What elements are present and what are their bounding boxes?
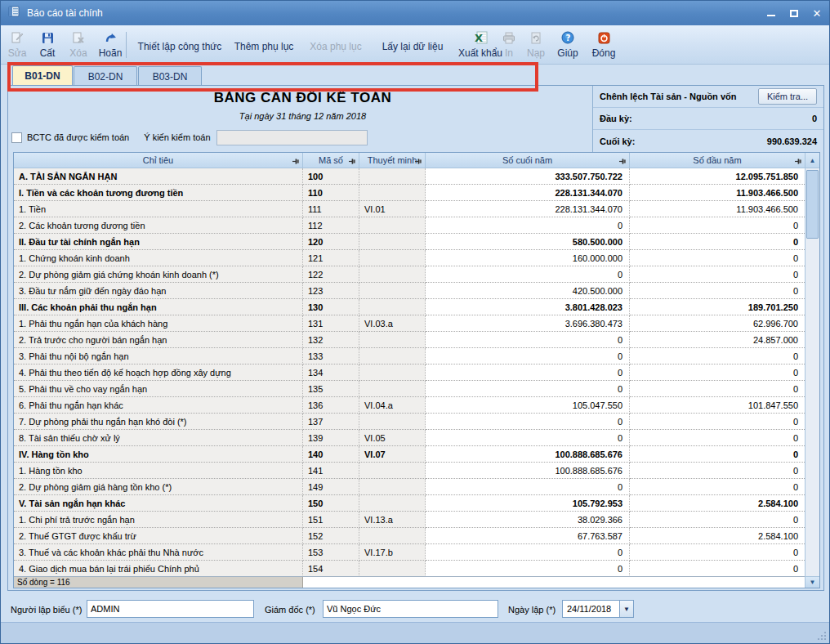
cell-thuyet-minh[interactable] (359, 266, 426, 283)
cell-so-cuoi-nam[interactable]: 333.507.750.722 (426, 168, 630, 185)
cell-ma-so[interactable]: 110 (303, 185, 359, 201)
cell-chi-tieu[interactable]: 3. Phải thu nội bộ ngắn hạn (14, 348, 303, 364)
cell-chi-tieu[interactable]: 1. Tiền (14, 201, 303, 217)
cell-chi-tieu[interactable]: III. Các khoản phải thu ngắn hạn (14, 299, 303, 315)
table-row[interactable]: 1. Phải thu ngắn hạn của khách hàng 131 … (14, 315, 805, 332)
cell-so-dau-nam[interactable]: 24.857.000 (630, 332, 805, 348)
cell-chi-tieu[interactable]: IV. Hàng tồn kho (14, 446, 303, 463)
table-row[interactable]: 3. Phải thu nội bộ ngắn hạn 133 0 0 (14, 348, 805, 364)
pin-icon[interactable] (415, 157, 422, 167)
cell-thuyet-minh[interactable]: VI.17.b (359, 544, 426, 561)
table-row[interactable]: 6. Phải thu ngắn hạn khác 136 VI.04.a 10… (14, 397, 805, 414)
cell-so-dau-nam[interactable]: 0 (630, 266, 805, 283)
cell-thuyet-minh[interactable] (359, 463, 426, 479)
cell-ma-so[interactable]: 122 (303, 266, 359, 283)
cell-so-dau-nam[interactable]: 0 (630, 217, 805, 234)
column-header-thuyet-minh[interactable]: Thuyết minh (359, 153, 426, 168)
scrollbar-thumb[interactable] (806, 170, 819, 239)
cell-so-cuoi-nam[interactable]: 0 (426, 479, 630, 495)
table-row[interactable]: 8. Tài sản thiếu chờ xử lý 139 VI.05 0 0 (14, 430, 805, 446)
cell-chi-tieu[interactable]: 5. Phải thu về cho vay ngắn hạn (14, 381, 303, 397)
minimize-button[interactable] (765, 7, 777, 19)
cell-chi-tieu[interactable]: 1. Chứng khoán kinh doanh (14, 250, 303, 266)
cell-ma-so[interactable]: 139 (303, 430, 359, 446)
cell-so-dau-nam[interactable]: 0 (630, 446, 805, 463)
load-button[interactable]: Nạp (524, 28, 548, 62)
cell-thuyet-minh[interactable] (359, 299, 426, 315)
cell-so-cuoi-nam[interactable]: 0 (426, 364, 630, 381)
cell-ma-so[interactable]: 150 (303, 495, 359, 512)
preparer-input[interactable] (87, 600, 254, 618)
cell-so-dau-nam[interactable]: 2.584.100 (630, 495, 805, 512)
edit-button[interactable]: Sửa (4, 28, 30, 62)
table-row[interactable]: IV. Hàng tồn kho 140 VI.07 100.888.685.6… (14, 446, 805, 463)
scroll-down-button[interactable]: ▼ (805, 576, 819, 588)
cell-ma-so[interactable]: 153 (303, 544, 359, 561)
cell-so-dau-nam[interactable]: 0 (630, 561, 805, 577)
cell-thuyet-minh[interactable] (359, 561, 426, 577)
cell-ma-so[interactable]: 154 (303, 561, 359, 577)
cell-ma-so[interactable]: 131 (303, 315, 359, 332)
cell-chi-tieu[interactable]: II. Đầu tư tài chính ngắn hạn (14, 234, 303, 250)
cell-so-cuoi-nam[interactable]: 0 (426, 381, 630, 397)
table-row[interactable]: 1. Chứng khoán kinh doanh 121 160.000.00… (14, 250, 805, 266)
cell-ma-so[interactable]: 137 (303, 414, 359, 430)
vertical-scrollbar[interactable]: ▲ ▼ (805, 153, 819, 588)
cell-thuyet-minh[interactable] (359, 414, 426, 430)
scroll-up-button[interactable]: ▲ (805, 153, 819, 168)
cell-so-dau-nam[interactable]: 189.701.250 (630, 299, 805, 315)
table-row[interactable]: 4. Giao dịch mua bán lại trái phiếu Chín… (14, 561, 805, 577)
cell-so-dau-nam[interactable]: 101.847.550 (630, 397, 805, 414)
cell-thuyet-minh[interactable]: VI.04.a (359, 397, 426, 414)
resize-grip[interactable] (817, 631, 827, 641)
cell-so-cuoi-nam[interactable]: 105.047.550 (426, 397, 630, 414)
reload-data-button[interactable]: Lấy lại dữ liệu (375, 28, 450, 62)
tab-b01-dn[interactable]: B01-DN (12, 65, 73, 86)
cell-chi-tieu[interactable]: 6. Phải thu ngắn hạn khác (14, 397, 303, 414)
director-input[interactable] (323, 600, 498, 618)
table-row[interactable]: 1. Tiền 111 VI.01 228.131.344.070 11.903… (14, 201, 805, 217)
cell-ma-so[interactable]: 112 (303, 217, 359, 234)
cell-chi-tieu[interactable]: 2. Thuế GTGT được khấu trừ (14, 528, 303, 544)
cell-so-cuoi-nam[interactable]: 38.029.366 (426, 512, 630, 528)
cell-so-dau-nam[interactable]: 11.903.466.500 (630, 185, 805, 201)
cell-ma-so[interactable]: 136 (303, 397, 359, 414)
cell-so-cuoi-nam[interactable]: 0 (426, 332, 630, 348)
cell-so-dau-nam[interactable]: 0 (630, 414, 805, 430)
cell-thuyet-minh[interactable]: VI.03.a (359, 315, 426, 332)
cell-so-dau-nam[interactable]: 62.996.700 (630, 315, 805, 332)
cell-so-cuoi-nam[interactable]: 0 (426, 561, 630, 577)
cell-ma-so[interactable]: 111 (303, 201, 359, 217)
table-row[interactable]: 7. Dự phòng phải thu ngắn hạn khó đòi (*… (14, 414, 805, 430)
cell-thuyet-minh[interactable] (359, 348, 426, 364)
cell-ma-so[interactable]: 135 (303, 381, 359, 397)
close-form-button[interactable]: Đóng (587, 28, 620, 62)
cell-chi-tieu[interactable]: 7. Dự phòng phải thu ngắn hạn khó đòi (*… (14, 414, 303, 430)
table-row[interactable]: 2. Các khoản tương đương tiền 112 0 0 (14, 217, 805, 234)
cell-so-dau-nam[interactable]: 2.584.100 (630, 528, 805, 544)
cell-so-cuoi-nam[interactable]: 3.696.380.473 (426, 315, 630, 332)
table-row[interactable]: 4. Phải thu theo tiến độ kế hoạch hợp đồ… (14, 364, 805, 381)
cell-so-dau-nam[interactable]: 0 (630, 234, 805, 250)
cell-ma-so[interactable]: 141 (303, 463, 359, 479)
cell-ma-so[interactable]: 133 (303, 348, 359, 364)
tab-b02-dn[interactable]: B02-DN (74, 66, 137, 86)
cell-so-cuoi-nam[interactable]: 580.500.000 (426, 234, 630, 250)
column-header-so-cuoi-nam[interactable]: Số cuối năm (426, 153, 630, 168)
table-row[interactable]: 3. Đầu tư nắm giữ đến ngày đáo hạn 123 4… (14, 283, 805, 299)
setup-formula-button[interactable]: Thiết lập công thức (134, 28, 225, 62)
cell-so-cuoi-nam[interactable]: 0 (426, 348, 630, 364)
pin-icon[interactable] (795, 157, 802, 167)
table-row[interactable]: III. Các khoản phải thu ngắn hạn 130 3.8… (14, 299, 805, 315)
table-row[interactable]: 3. Thuế và các khoản khác phải thu Nhà n… (14, 544, 805, 561)
cell-ma-so[interactable]: 151 (303, 512, 359, 528)
cell-so-cuoi-nam[interactable]: 228.131.344.070 (426, 201, 630, 217)
table-row[interactable]: A. TÀI SẢN NGẮN HẠN 100 333.507.750.722 … (14, 168, 805, 185)
cell-chi-tieu[interactable]: 2. Dự phòng giảm giá chứng khoán kinh do… (14, 266, 303, 283)
delete-button[interactable]: Xóa (65, 28, 91, 62)
cell-chi-tieu[interactable]: V. Tài sản ngắn hạn khác (14, 495, 303, 512)
opinion-input[interactable] (216, 130, 368, 145)
cell-ma-so[interactable]: 130 (303, 299, 359, 315)
cell-chi-tieu[interactable]: 4. Phải thu theo tiến độ kế hoạch hợp đồ… (14, 364, 303, 381)
cell-so-cuoi-nam[interactable]: 420.500.000 (426, 283, 630, 299)
